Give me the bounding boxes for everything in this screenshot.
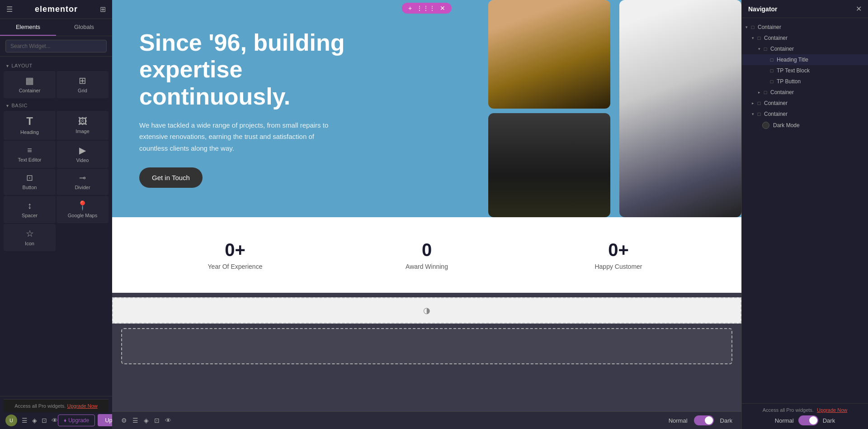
spacer-label: Spacer [22, 213, 38, 218]
widget-sections: Layout ▦ Container ⊞ Grid Basic T Headin… [0, 57, 112, 396]
hero-image-col-left [488, 0, 610, 217]
toggle-knob [705, 416, 713, 424]
nav-item-container-5[interactable]: ▸ □ Container [742, 98, 868, 109]
divider-icon-center: ◑ [423, 305, 430, 315]
divider-icon: ⊸ [79, 174, 86, 182]
tools-figure [488, 113, 610, 217]
nav-item-tp-button[interactable]: ▾ □ TP Button [742, 76, 868, 87]
widget-video[interactable]: ▶ Video [57, 141, 108, 168]
mode-toggle[interactable] [694, 415, 714, 425]
nav-label-tp-button: TP Button [777, 78, 801, 85]
button-widget-icon: ⊡ [26, 174, 33, 182]
divider-label: Divider [75, 185, 90, 190]
canvas-add-button[interactable]: + [408, 5, 412, 12]
widget-container[interactable]: ▦ Container [4, 71, 56, 98]
dark-mode-switch[interactable] [798, 415, 818, 425]
canvas-scroll-area[interactable]: Since '96, building expertise continuous… [112, 0, 741, 429]
search-input[interactable] [5, 40, 107, 52]
widget-button[interactable]: ⊡ Button [4, 169, 56, 195]
nav-icon-container-4: □ [762, 90, 769, 95]
video-icon: ▶ [79, 146, 86, 155]
grid-label: Grid [78, 88, 87, 93]
upgrade-label: Upgrade [68, 417, 89, 424]
canvas-bottom-right: Normal Dark [669, 415, 732, 425]
bottom-icon-eye[interactable]: 👁 [52, 417, 58, 424]
nav-item-container-4[interactable]: ▸ □ Container [742, 87, 868, 98]
grid-icon[interactable]: ⊞ [100, 5, 106, 14]
hamburger-icon[interactable]: ☰ [6, 5, 13, 14]
widget-heading[interactable]: T Heading [4, 111, 56, 140]
text-editor-icon: ≡ [27, 146, 32, 154]
dark-mode-toggle-icon[interactable] [762, 122, 769, 129]
stat-happy-customer: 0+ Happy Customer [523, 235, 714, 275]
navigator-close-icon[interactable]: ✕ [856, 5, 862, 13]
widget-divider[interactable]: ⊸ Divider [57, 169, 108, 195]
image-icon: 🖼 [78, 117, 87, 126]
hero-cta-button[interactable]: Get in Touch [139, 167, 203, 188]
nav-item-container-1[interactable]: ▾ □ Container [742, 22, 868, 33]
bottom-icon-responsive[interactable]: ⊡ [42, 417, 47, 424]
nav-chevron-container-6: ▾ [752, 112, 754, 116]
nav-item-container-2[interactable]: ▾ □ Container [742, 33, 868, 43]
button-label: Button [23, 185, 37, 190]
nav-item-heading-title[interactable]: ▾ □ Heading Title [742, 54, 868, 65]
nav-label-container-1: Container [758, 24, 781, 30]
preview-icon[interactable]: 👁 [165, 417, 171, 424]
icon-widget-icon: ☆ [26, 229, 34, 238]
nav-item-container-6[interactable]: ▾ □ Container [742, 109, 868, 119]
layout-widget-grid: ▦ Container ⊞ Grid [0, 70, 112, 99]
canvas-close-button[interactable]: ✕ [440, 5, 445, 12]
layers-icon[interactable]: ☰ [132, 417, 138, 424]
nav-icon-container-2: □ [756, 35, 762, 41]
tab-globals[interactable]: Globals [56, 19, 112, 36]
hero-section: Since '96, building expertise continuous… [112, 0, 741, 217]
stat-happy-number: 0+ [527, 240, 710, 260]
widget-google-maps[interactable]: 📍 Google Maps [57, 196, 108, 223]
style-icon[interactable]: ◈ [144, 417, 149, 424]
widget-spacer[interactable]: ↕ Spacer [4, 196, 56, 223]
bottom-icon-style[interactable]: ◈ [32, 417, 37, 424]
normal-label: Normal [775, 417, 794, 424]
mode-toggle-bar: Normal Dark [747, 415, 863, 425]
widget-grid[interactable]: ⊞ Grid [57, 71, 108, 98]
widget-icon[interactable]: ☆ Icon [4, 224, 56, 251]
right-panel-upgrade-msg: Access all Pro widgets. Upgrade Now [747, 407, 863, 413]
nav-icon-text: □ [769, 68, 775, 73]
user-avatar: U [5, 415, 17, 426]
upgrade-button[interactable]: ♦ Upgrade [58, 415, 95, 426]
bottom-icon-layers[interactable]: ☰ [22, 417, 28, 424]
tab-elements[interactable]: Elements [0, 19, 56, 36]
basic-widget-grid: T Heading 🖼 Image ≡ Text Editor ▶ Video … [0, 110, 112, 252]
widget-text-editor[interactable]: ≡ Text Editor [4, 141, 56, 168]
right-panel-bottom: Access all Pro widgets. Upgrade Now Norm… [742, 403, 868, 429]
right-upgrade-link[interactable]: Upgrade Now [817, 407, 847, 413]
widget-image[interactable]: 🖼 Image [57, 111, 108, 140]
dark-mode-label: Dark [720, 417, 732, 424]
person1-figure [488, 0, 610, 109]
stat-year-experience: 0+ Year Of Experience [139, 235, 331, 275]
responsive-icon[interactable]: ⊡ [154, 417, 160, 424]
nav-icon-container-5: □ [756, 100, 762, 106]
stat-award-winning: 0 Award Winning [331, 235, 523, 275]
canvas-toolbar: + ⋮⋮⋮ ✕ [402, 3, 452, 14]
person2-figure [619, 0, 741, 217]
nav-item-dark-mode[interactable]: ▾ Dark Mode [742, 119, 868, 131]
normal-mode-label: Normal [669, 417, 688, 424]
nav-chevron-container-1: ▾ [745, 25, 748, 29]
nav-item-container-3[interactable]: ▾ □ Container [742, 43, 868, 54]
canvas-drag-handle[interactable]: ⋮⋮⋮ [416, 5, 435, 12]
hero-title: Since '96, building expertise continuous… [139, 29, 374, 110]
right-panel: Navigator ✕ ▾ □ Container ▾ □ Container … [741, 0, 868, 429]
empty-section[interactable] [121, 328, 732, 364]
video-label: Video [76, 157, 89, 163]
divider-section: ◑ [112, 297, 741, 324]
upgrade-icon: ♦ [64, 417, 66, 424]
stat-award-number: 0 [335, 240, 518, 260]
nav-chevron-container-3: ▾ [758, 47, 760, 51]
layout-section-title: Layout [0, 59, 112, 70]
pro-upgrade-link[interactable]: Upgrade Now [67, 403, 97, 409]
nav-item-tp-text-block[interactable]: ▾ □ TP Text Block [742, 65, 868, 76]
settings-icon[interactable]: ⚙ [121, 417, 127, 424]
grid-widget-icon: ⊞ [79, 76, 86, 85]
stat-year-number: 0+ [144, 240, 326, 260]
